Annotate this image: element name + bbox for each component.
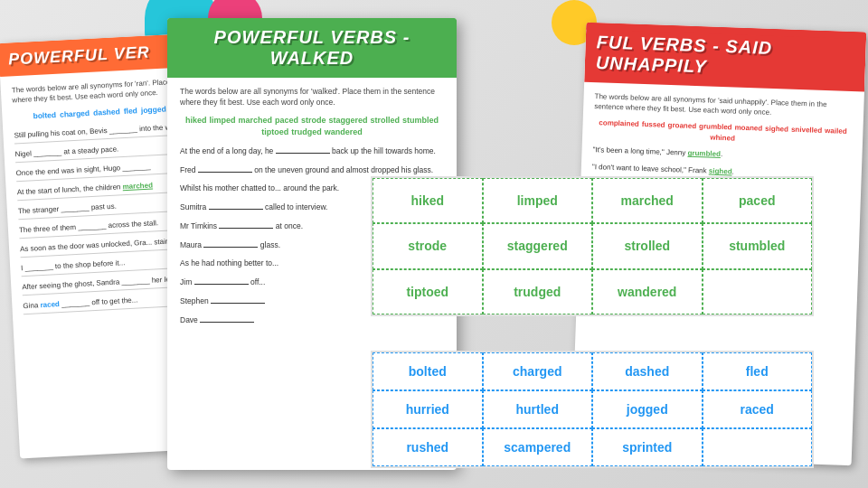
grid-ran-rushed[interactable]: rushed xyxy=(373,428,483,466)
grid-ran-scampered[interactable]: scampered xyxy=(483,428,593,466)
said-sentence-1: "It's been a long time," Jenny grumbled. xyxy=(592,145,851,164)
grid-ran-empty xyxy=(703,428,813,466)
grid-cell-strolled[interactable]: strolled xyxy=(592,223,703,268)
walked-header: POWERFUL VERBS - WALKED xyxy=(167,18,457,78)
w-trudged: trudged xyxy=(291,127,322,136)
word-jogged: jogged xyxy=(141,105,166,115)
s-wailed: wailed xyxy=(825,127,847,136)
s-sighed: sighed xyxy=(765,125,788,134)
word-dashed: dashed xyxy=(93,108,120,118)
word-grid-ran: bolted charged dashed fled hurried hurtl… xyxy=(371,351,814,468)
s-moaned: moaned xyxy=(734,124,762,133)
w-wandered: wandered xyxy=(325,127,363,136)
w-strolled: strolled xyxy=(371,116,401,125)
w-marched: marched xyxy=(238,116,272,125)
grid-ran-fled[interactable]: fled xyxy=(703,352,813,390)
word-grid-walked: hiked limped marched paced strode stagge… xyxy=(371,176,814,316)
walked-sentence-1: At the end of a long day, he back up the… xyxy=(180,145,444,157)
grid-ran-dashed[interactable]: dashed xyxy=(592,352,703,390)
w-strode: strode xyxy=(301,116,326,125)
walked-word-bank: hiked limped marched paced strode stagge… xyxy=(180,116,444,136)
s-fussed: fussed xyxy=(642,120,665,129)
said-title: FUL VERBS - SAID UNHAPPILY xyxy=(596,32,855,82)
s-groaned: groaned xyxy=(667,121,696,130)
grid-cell-tiptoed[interactable]: tiptoed xyxy=(373,269,483,314)
w-limped: limped xyxy=(209,116,235,125)
s-grumbled: grumbled xyxy=(699,123,732,132)
grid-cell-wandered[interactable]: wandered xyxy=(592,269,703,314)
w-tiptoed: tiptoed xyxy=(261,127,288,136)
grid-cell-marched[interactable]: marched xyxy=(592,178,703,223)
word-charged: charged xyxy=(60,108,90,119)
grid-ran-charged[interactable]: charged xyxy=(483,352,593,390)
said-word-bank: complained fussed groaned grumbled moane… xyxy=(593,118,853,146)
walked-top-strip xyxy=(167,18,457,25)
grid-ran-hurried[interactable]: hurried xyxy=(373,390,483,428)
grid-cell-empty-1 xyxy=(703,269,813,314)
grid-cell-staggered[interactable]: staggered xyxy=(483,223,593,268)
w-stumbled: stumbled xyxy=(402,116,439,125)
w-staggered: staggered xyxy=(329,116,368,125)
s-whined: whined xyxy=(710,134,735,143)
s-snivelled: snivelled xyxy=(791,126,823,135)
word-fled: fled xyxy=(124,107,138,117)
page-container: POWERFUL VER The words below are all syn… xyxy=(0,0,868,488)
walked-instruction: The words below are all synonyms for 'wa… xyxy=(180,87,444,108)
grid-ran-bolted[interactable]: bolted xyxy=(373,352,483,390)
grid-cell-limped[interactable]: limped xyxy=(483,178,593,223)
grid-cell-strode[interactable]: strode xyxy=(373,223,483,268)
walked-sentence-2: Fred on the uneven ground and almost dro… xyxy=(180,164,444,176)
grid-ran-raced[interactable]: raced xyxy=(703,390,813,428)
word-bolted: bolted xyxy=(33,110,56,120)
said-instruction: The words below are all synonyms for 'sa… xyxy=(594,91,854,120)
grid-cell-paced[interactable]: paced xyxy=(703,178,813,223)
grid-ran-sprinted[interactable]: sprinted xyxy=(592,428,703,466)
grid-cell-hiked[interactable]: hiked xyxy=(373,178,483,223)
w-hiked: hiked xyxy=(185,116,207,125)
grid-ran-jogged[interactable]: jogged xyxy=(592,390,703,428)
grid-ran-hurtled[interactable]: hurtled xyxy=(483,390,593,428)
grid-cell-stumbled[interactable]: stumbled xyxy=(703,223,813,268)
s-complained: complained xyxy=(599,119,639,129)
w-paced: paced xyxy=(275,116,298,125)
grid-cell-trudged[interactable]: trudged xyxy=(483,269,593,314)
walked-title: POWERFUL VERBS - WALKED xyxy=(178,27,446,69)
